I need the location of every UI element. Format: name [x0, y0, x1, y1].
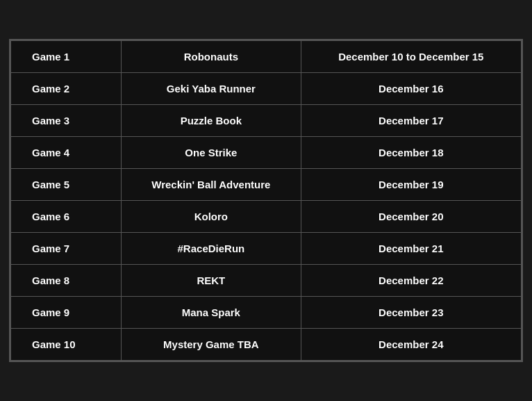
game-label: Game 10 — [11, 329, 122, 361]
game-date: December 22 — [301, 265, 521, 297]
table-row: Game 6KoloroDecember 20 — [11, 201, 522, 233]
game-title: Puzzle Book — [122, 105, 301, 137]
table-row: Game 10Mystery Game TBADecember 24 — [11, 329, 522, 361]
game-date: December 16 — [301, 73, 521, 105]
game-title: Mystery Game TBA — [122, 329, 301, 361]
game-date: December 20 — [301, 201, 521, 233]
game-title: Mana Spark — [122, 297, 301, 329]
table-row: Game 1RobonautsDecember 10 to December 1… — [11, 41, 522, 73]
table-row: Game 5Wreckin' Ball AdventureDecember 19 — [11, 169, 522, 201]
game-date: December 17 — [301, 105, 521, 137]
game-label: Game 8 — [11, 265, 122, 297]
game-label: Game 3 — [11, 105, 122, 137]
game-date: December 10 to December 15 — [301, 41, 521, 73]
game-date: December 24 — [301, 329, 521, 361]
schedule-table-container: Game 1RobonautsDecember 10 to December 1… — [9, 39, 523, 362]
game-title: Wreckin' Ball Adventure — [122, 169, 301, 201]
game-title: #RaceDieRun — [122, 233, 301, 265]
table-row: Game 2Geki Yaba RunnerDecember 16 — [11, 73, 522, 105]
game-title: Koloro — [122, 201, 301, 233]
game-label: Game 5 — [11, 169, 122, 201]
game-label: Game 2 — [11, 73, 122, 105]
table-row: Game 9Mana SparkDecember 23 — [11, 297, 522, 329]
game-title: One Strike — [122, 137, 301, 169]
game-date: December 19 — [301, 169, 521, 201]
game-label: Game 6 — [11, 201, 122, 233]
game-date: December 18 — [301, 137, 521, 169]
game-title: REKT — [122, 265, 301, 297]
table-row: Game 8REKTDecember 22 — [11, 265, 522, 297]
game-label: Game 1 — [11, 41, 122, 73]
schedule-table: Game 1RobonautsDecember 10 to December 1… — [10, 40, 522, 361]
game-label: Game 7 — [11, 233, 122, 265]
table-row: Game 7#RaceDieRunDecember 21 — [11, 233, 522, 265]
game-date: December 21 — [301, 233, 521, 265]
game-title: Geki Yaba Runner — [122, 73, 301, 105]
game-title: Robonauts — [122, 41, 301, 73]
game-date: December 23 — [301, 297, 521, 329]
table-row: Game 4One StrikeDecember 18 — [11, 137, 522, 169]
game-label: Game 4 — [11, 137, 122, 169]
table-row: Game 3Puzzle BookDecember 17 — [11, 105, 522, 137]
game-label: Game 9 — [11, 297, 122, 329]
